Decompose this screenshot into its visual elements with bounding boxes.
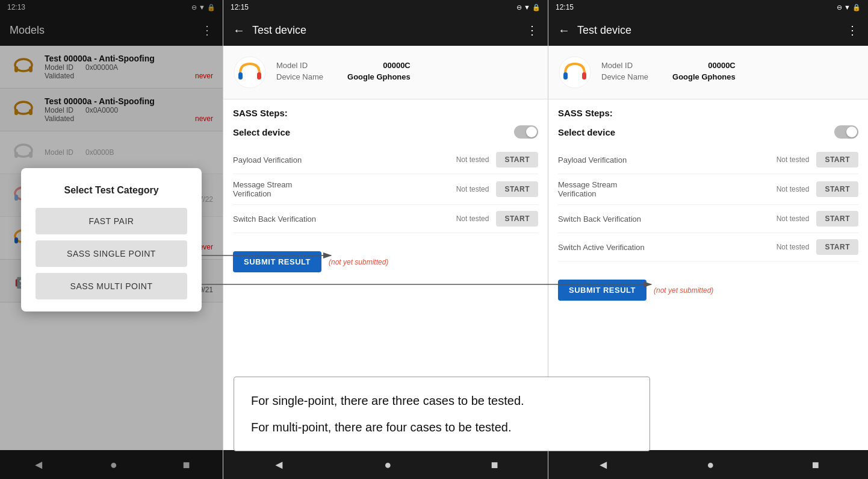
device-info-table: Model ID 00000C Device Name Google Gphon… [276, 61, 411, 84]
middle-status-icons: ⊖ ▼ 🔒 [516, 4, 541, 11]
right-payload-status: Not tested [767, 155, 809, 164]
left-phone: 12:13 ⊖ ▼ 🔒 Models ⋮ Test 00000a - Anti-… [0, 0, 223, 479]
right-submit-result-btn[interactable]: SUBMIT RESULT [558, 280, 646, 301]
device-name-label: Device Name [276, 72, 323, 81]
middle-app-title: Test device [252, 24, 526, 37]
right-recents-nav-btn[interactable]: ■ [800, 453, 831, 477]
right-phone: 12:15 ⊖ ▼ 🔒 ← Test device ⋮ Model ID 000… [548, 0, 868, 479]
right-payload-row: Payload Verification Not tested START [558, 146, 858, 174]
payload-verification-status: Not tested [447, 155, 489, 164]
right-time: 12:15 [556, 3, 574, 11]
middle-phone: 12:15 ⊖ ▼ 🔒 ← Test device ⋮ [223, 0, 548, 479]
model-id-value: 00000C [383, 61, 411, 70]
right-device-name-label: Device Name [601, 72, 648, 81]
middle-back-icon[interactable]: ← [233, 23, 245, 37]
right-device-info-card: Model ID 00000C Device Name Google Gphon… [548, 46, 868, 99]
submit-result-btn[interactable]: SUBMIT RESULT [233, 251, 321, 272]
right-sass-title: SASS Steps: [558, 108, 858, 118]
right-back-nav-btn[interactable]: ◄ [585, 453, 621, 477]
submit-section: SUBMIT RESULT (not yet submitted) [223, 242, 548, 282]
sass-single-point-button[interactable]: SASS SINGLE POINT [36, 240, 187, 267]
right-submit-note: (not yet submitted) [654, 286, 713, 295]
select-device-toggle[interactable] [514, 125, 538, 139]
right-message-stream-start-btn[interactable]: START [816, 181, 858, 197]
right-switch-back-label: Switch Back Verification [558, 214, 767, 224]
switch-back-label: Switch Back Verification [233, 214, 447, 224]
middle-app-bar: ← Test device ⋮ [223, 14, 548, 46]
payload-verification-row: Payload Verification Not tested START [233, 146, 538, 174]
right-device-info-table: Model ID 00000C Device Name Google Gphon… [601, 61, 736, 84]
model-id-label: Model ID [276, 61, 308, 70]
svg-rect-20 [582, 72, 586, 80]
device-info-card: Model ID 00000C Device Name Google Gphon… [223, 46, 548, 99]
right-message-stream-row: Message StreamVerification Not tested ST… [558, 174, 858, 205]
payload-verification-label: Payload Verification [233, 155, 447, 164]
middle-more-icon[interactable]: ⋮ [526, 23, 538, 37]
svg-rect-17 [257, 72, 261, 80]
back-nav-btn[interactable]: ◄ [261, 453, 297, 477]
payload-verification-start-btn[interactable]: START [496, 152, 538, 167]
message-stream-status: Not tested [447, 185, 489, 193]
middle-content: Model ID 00000C Device Name Google Gphon… [223, 46, 548, 450]
device-name-value: Google Gphones [347, 72, 411, 81]
device-name-row: Device Name Google Gphones [276, 72, 411, 81]
right-model-id-label: Model ID [601, 61, 633, 70]
sass-section: SASS Steps: Select device Payload Verifi… [223, 99, 548, 242]
device-logo [233, 55, 267, 89]
middle-status-bar: 12:15 ⊖ ▼ 🔒 [223, 0, 548, 14]
right-submit-section: SUBMIT RESULT (not yet submitted) [548, 270, 868, 310]
right-select-device-row: Select device [558, 125, 858, 139]
submit-note: (not yet submitted) [329, 258, 388, 266]
message-stream-start-btn[interactable]: START [496, 181, 538, 197]
right-select-device-toggle[interactable] [834, 125, 858, 139]
svg-point-15 [234, 57, 265, 88]
right-switch-back-start-btn[interactable]: START [816, 211, 858, 227]
right-payload-start-btn[interactable]: START [816, 152, 858, 167]
select-device-row: Select device [233, 125, 538, 139]
right-switch-active-row: Switch Active Verification Not tested ST… [558, 233, 858, 261]
sass-title: SASS Steps: [233, 108, 538, 118]
right-app-bar: ← Test device ⋮ [548, 14, 868, 46]
device-model-id-row: Model ID 00000C [276, 61, 411, 70]
right-back-icon[interactable]: ← [558, 23, 570, 37]
svg-rect-16 [238, 72, 243, 80]
right-switch-back-row: Switch Back Verification Not tested STAR… [558, 205, 858, 233]
right-content: Model ID 00000C Device Name Google Gphon… [548, 46, 868, 450]
middle-time: 12:15 [231, 3, 249, 11]
switch-back-start-btn[interactable]: START [496, 211, 538, 227]
fast-pair-button[interactable]: FAST PAIR [36, 208, 187, 234]
recents-nav-btn[interactable]: ■ [479, 453, 510, 477]
svg-rect-19 [563, 72, 568, 80]
dialog-overlay: Select Test Category FAST PAIR SASS SING… [0, 0, 223, 479]
select-device-label: Select device [233, 127, 290, 137]
right-payload-label: Payload Verification [558, 155, 767, 164]
svg-point-18 [559, 57, 591, 88]
switch-back-status: Not tested [447, 214, 489, 223]
dialog-title: Select Test Category [36, 185, 187, 196]
right-switch-active-start-btn[interactable]: START [816, 239, 858, 255]
right-status-bar: 12:15 ⊖ ▼ 🔒 [548, 0, 868, 14]
sass-multi-point-button[interactable]: SASS MULTI POINT [36, 273, 187, 299]
select-category-dialog: Select Test Category FAST PAIR SASS SING… [21, 168, 202, 312]
middle-nav-bar: ◄ ● ■ [223, 450, 548, 479]
right-device-name-value: Google Gphones [672, 72, 736, 81]
right-sass-section: SASS Steps: Select device Payload Verifi… [548, 99, 868, 270]
right-device-name-row: Device Name Google Gphones [601, 72, 736, 81]
right-more-icon[interactable]: ⋮ [846, 23, 858, 37]
right-nav-bar: ◄ ● ■ [548, 450, 868, 479]
right-app-title: Test device [577, 24, 846, 37]
right-home-nav-btn[interactable]: ● [695, 453, 726, 477]
message-stream-label: Message StreamVerification [233, 180, 447, 198]
message-stream-row: Message StreamVerification Not tested ST… [233, 174, 538, 205]
right-message-stream-status: Not tested [767, 185, 809, 193]
right-message-stream-label: Message StreamVerification [558, 180, 767, 198]
right-status-icons: ⊖ ▼ 🔒 [837, 4, 861, 11]
right-switch-active-label: Switch Active Verification [558, 243, 767, 252]
home-nav-btn[interactable]: ● [372, 453, 403, 477]
right-switch-active-status: Not tested [767, 243, 809, 251]
switch-back-row: Switch Back Verification Not tested STAR… [233, 205, 538, 233]
right-model-id-row: Model ID 00000C [601, 61, 736, 70]
right-switch-back-status: Not tested [767, 214, 809, 223]
right-model-id-value: 00000C [708, 61, 736, 70]
right-device-logo [558, 55, 592, 89]
